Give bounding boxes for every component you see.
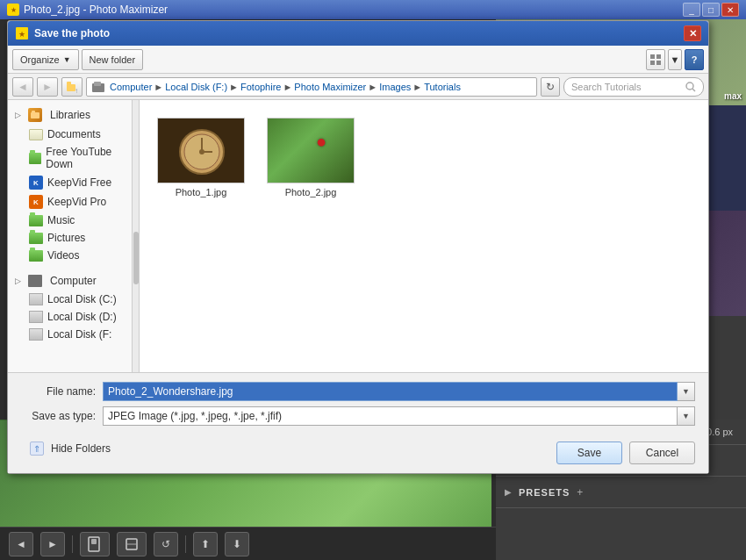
drive-f-icon <box>29 328 43 341</box>
new-folder-button[interactable]: New folder <box>82 49 144 70</box>
sidebar-item-local-d[interactable]: Local Disk (D:) <box>8 308 139 326</box>
filename-input-wrapper: ▼ <box>103 382 695 401</box>
search-box[interactable]: Search Tutorials <box>563 77 704 97</box>
dialog-icon: ★ <box>15 26 29 40</box>
drive-d-icon <box>29 311 43 323</box>
portrait-button[interactable] <box>80 532 110 556</box>
maximize-button[interactable]: □ <box>702 3 720 17</box>
svg-rect-7 <box>656 54 661 59</box>
rotate-button[interactable]: ↺ <box>154 532 178 556</box>
dialog-sidebar: ▷ Libraries Documents <box>8 100 140 372</box>
view-button[interactable] <box>646 49 665 70</box>
file-item-photo2[interactable]: Photo_2.jpg <box>262 113 359 202</box>
svg-rect-11 <box>67 82 71 85</box>
file-item-photo1[interactable]: Photo_1.jpg <box>153 113 249 202</box>
sidebar-item-documents[interactable]: Documents <box>8 126 139 143</box>
minimize-button[interactable]: _ <box>683 3 700 17</box>
filename-input[interactable] <box>103 382 678 401</box>
pictures-label: Pictures <box>47 232 85 244</box>
sidebar-item-music[interactable]: Music <box>8 212 139 229</box>
keepvid-pro-label: KeepVid Pro <box>47 196 106 208</box>
sidebar-scrollbar[interactable] <box>132 100 139 372</box>
savetype-label: Save as type: <box>21 410 96 422</box>
path-photomax[interactable]: Photo Maximizer <box>294 82 366 92</box>
hide-folders-btn[interactable]: ⇑ Hide Folders <box>21 437 119 460</box>
forward-button[interactable]: ► <box>40 532 65 556</box>
sidebar-item-youtube[interactable]: Free YouTube Down <box>8 143 139 173</box>
cancel-button[interactable]: Cancel <box>629 442 695 464</box>
sidebar-item-keepvid-pro[interactable]: K KeepVid Pro <box>8 192 139 212</box>
save-dialog: ★ Save the photo ✕ Organize ▼ New folder… <box>7 20 709 474</box>
presets-arrow: ▶ <box>505 487 512 497</box>
svg-point-15 <box>686 83 693 90</box>
hide-folders-label: Hide Folders <box>51 442 111 455</box>
dialog-actions: Save Cancel <box>556 442 695 464</box>
help-button[interactable]: ? <box>685 49 704 70</box>
keepvid-free-label: KeepVid Free <box>47 176 111 189</box>
svg-rect-9 <box>656 61 661 65</box>
local-disk-d-label: Local Disk (D:) <box>47 311 117 323</box>
forward-nav-button[interactable]: ► <box>37 77 58 97</box>
savetype-input-wrapper: JPEG Image (*.jpg, *.jpeg, *.jpe, *.jfif… <box>103 406 695 426</box>
dialog-bottom: File name: ▼ Save as type: JPEG Image (*… <box>8 372 708 473</box>
dialog-content[interactable]: Photo_1.jpg Photo_2.jpg <box>140 100 708 372</box>
music-label: Music <box>47 214 75 226</box>
sidebar-item-local-c[interactable]: Local Disk (C:) <box>8 291 139 308</box>
dialog-title-bar: ★ Save the photo ✕ <box>8 21 708 46</box>
sidebar-item-local-f[interactable]: Local Disk (F: <box>8 326 139 343</box>
keepvid-pro-icon: K <box>29 195 43 209</box>
svg-rect-1 <box>91 539 97 544</box>
organize-button[interactable]: Organize ▼ <box>12 49 79 70</box>
toolbar-separator-2 <box>185 535 186 553</box>
up-nav-button[interactable]: ↑ <box>61 77 82 97</box>
filename-dropdown-btn[interactable]: ▼ <box>678 382 695 401</box>
back-button[interactable]: ◄ <box>9 532 33 556</box>
new-folder-label: New folder <box>90 54 136 65</box>
main-window-controls: _ □ ✕ <box>683 3 739 17</box>
address-path[interactable]: Computer ► Local Disk (F:) ► Fotophire ►… <box>86 77 537 97</box>
videos-label: Videos <box>47 249 79 262</box>
svg-rect-17 <box>31 112 39 118</box>
down-button[interactable]: ⬇ <box>225 532 249 556</box>
path-localdisk[interactable]: Local Disk (F:) <box>165 82 227 92</box>
refresh-button[interactable]: ↻ <box>541 77 560 97</box>
hide-folders-icon: ⇑ <box>30 442 44 456</box>
dialog-close-button[interactable]: ✕ <box>684 25 701 41</box>
libraries-expand-icon: ▷ <box>15 111 24 119</box>
savetype-input[interactable]: JPEG Image (*.jpg, *.jpeg, *.jpe, *.jfif… <box>103 406 678 426</box>
up-button[interactable]: ⬆ <box>193 532 218 556</box>
path-fotophire[interactable]: Fotophire <box>240 82 281 92</box>
sidebar-item-videos[interactable]: Videos <box>8 247 139 264</box>
dialog-overlay: ★ Save the photo ✕ Organize ▼ New folder… <box>0 16 711 428</box>
dialog-title: Save the photo <box>34 27 684 39</box>
libraries-section-header[interactable]: ▷ Libraries <box>8 104 139 126</box>
sidebar-item-pictures[interactable]: Pictures <box>8 229 139 247</box>
photo1-svg <box>158 118 245 183</box>
main-window-title: Photo_2.jpg - Photo Maximizer <box>24 4 683 16</box>
drive-c-icon <box>29 293 43 305</box>
search-placeholder: Search Tutorials <box>571 82 685 92</box>
sidebar-item-keepvid-free[interactable]: K KeepVid Free <box>8 173 139 192</box>
videos-icon <box>29 250 43 262</box>
sidebar-scrollbar-thumb[interactable] <box>133 232 139 284</box>
save-button[interactable]: Save <box>556 442 622 464</box>
filename-row: File name: ▼ <box>21 382 695 401</box>
toolbar-separator-1 <box>72 535 73 553</box>
photo1-image <box>158 118 244 183</box>
svg-text:★: ★ <box>18 30 25 39</box>
organize-arrow: ▼ <box>63 55 71 64</box>
main-close-button[interactable]: ✕ <box>721 3 739 17</box>
back-nav-button[interactable]: ◄ <box>12 77 33 97</box>
computer-section-header[interactable]: ▷ Computer <box>8 271 139 291</box>
savetype-dropdown-btn[interactable]: ▼ <box>678 406 695 426</box>
path-computer[interactable]: Computer <box>110 82 152 92</box>
search-icon <box>685 82 696 92</box>
path-tutorials[interactable]: Tutorials <box>424 82 461 92</box>
presets-section[interactable]: ▶ PRESETS + <box>496 477 746 508</box>
computer-label: Computer <box>50 275 97 287</box>
view-dropdown-button[interactable]: ▼ <box>668 49 682 70</box>
crop-button[interactable] <box>117 532 147 556</box>
savetype-row: Save as type: JPEG Image (*.jpg, *.jpeg,… <box>21 406 695 426</box>
path-images[interactable]: Images <box>379 82 411 92</box>
libraries-label: Libraries <box>50 109 90 121</box>
